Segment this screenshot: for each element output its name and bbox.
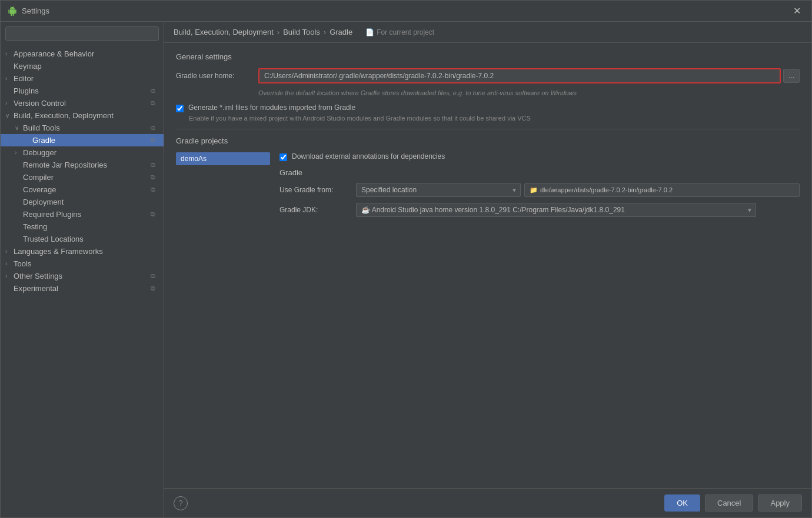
breadcrumb-current: Gradle: [330, 28, 352, 36]
sidebar-item-label: Build Tools: [23, 123, 151, 132]
download-annotations-label: Download external annotations for depend…: [292, 152, 445, 161]
generate-iml-hint: Enable if you have a mixed project with …: [189, 115, 800, 122]
sidebar-item-editor[interactable]: › Editor: [1, 72, 164, 85]
title-bar-left: Settings: [8, 6, 49, 16]
gradle-path-display: 📁 dle/wrapper/dists/gradle-7.0.2-bin/gra…: [524, 183, 800, 197]
breadcrumb-sep2: ›: [324, 28, 326, 36]
search-input[interactable]: [5, 26, 159, 41]
generate-iml-checkbox[interactable]: [176, 105, 184, 112]
sidebar-item-label: Deployment: [23, 198, 159, 206]
project-item-demoas[interactable]: demoAs: [176, 152, 270, 165]
main-content: › Appearance & Behavior Keymap › Editor …: [1, 22, 811, 517]
sidebar-item-experimental[interactable]: Experimental ⧉: [1, 282, 164, 295]
copy-icon: ⧉: [151, 136, 159, 145]
sidebar-item-required-plugins[interactable]: Required Plugins ⧉: [1, 208, 164, 220]
gradle-path-text: dle/wrapper/dists/gradle-7.0.2-bin/gradl…: [540, 186, 673, 193]
sidebar-item-build-execution[interactable]: ∨ Build, Execution, Deployment: [1, 109, 164, 122]
gradle-subsection: Gradle Use Gradle from: Specified locati…: [279, 168, 800, 217]
copy-icon: ⧉: [151, 173, 159, 182]
breadcrumb: Build, Execution, Deployment › Build Too…: [164, 22, 811, 43]
breadcrumb-part1: Build, Execution, Deployment: [174, 28, 274, 36]
sidebar-tree: › Appearance & Behavior Keymap › Editor …: [1, 45, 164, 297]
sidebar-item-label: Keymap: [14, 62, 159, 71]
sidebar-item-label: Gradle: [32, 136, 151, 145]
expand-arrow: ›: [5, 260, 14, 267]
sidebar-item-version-control[interactable]: › Version Control ⧉: [1, 97, 164, 109]
sidebar-item-plugins[interactable]: Plugins ⧉: [1, 85, 164, 97]
sidebar-item-label: Debugger: [23, 148, 159, 157]
cancel-button[interactable]: Cancel: [705, 494, 753, 512]
content-panel: Build, Execution, Deployment › Build Too…: [164, 22, 811, 517]
help-button[interactable]: ?: [174, 496, 188, 510]
sidebar-item-label: Coverage: [23, 185, 151, 194]
sidebar-item-label: Required Plugins: [23, 210, 151, 219]
gradle-home-input[interactable]: [258, 68, 781, 83]
project-details: Download external annotations for depend…: [279, 152, 800, 223]
sidebar-item-label: Trusted Locations: [23, 235, 159, 243]
sidebar-item-deployment[interactable]: Deployment: [1, 196, 164, 208]
download-annotations-checkbox[interactable]: [279, 153, 287, 161]
copy-icon: ⧉: [151, 272, 159, 280]
gradle-jdk-row: Gradle JDK: ☕ Android Studio java home v…: [279, 203, 800, 217]
section-divider: [176, 129, 800, 129]
breadcrumb-note: 📄 For current project: [365, 28, 434, 36]
sidebar: › Appearance & Behavior Keymap › Editor …: [1, 22, 164, 517]
window-title: Settings: [22, 6, 49, 15]
sidebar-item-debugger[interactable]: › Debugger: [1, 146, 164, 159]
ok-button[interactable]: OK: [664, 494, 700, 512]
expand-arrow: ›: [15, 149, 23, 156]
expand-arrow: ›: [5, 248, 14, 255]
sidebar-item-other-settings[interactable]: › Other Settings ⧉: [1, 270, 164, 282]
gradle-home-browse-button[interactable]: ...: [783, 69, 800, 83]
sidebar-item-label: Appearance & Behavior: [14, 49, 159, 58]
gradle-home-input-wrapper: ...: [258, 68, 800, 83]
download-annotations-row: Download external annotations for depend…: [279, 152, 800, 161]
copy-icon: ⧉: [151, 87, 159, 95]
copy-icon: ⧉: [151, 285, 159, 293]
expand-arrow: ›: [5, 75, 14, 82]
close-button[interactable]: ✕: [790, 4, 804, 18]
apply-button[interactable]: Apply: [758, 494, 802, 512]
expand-arrow: ∨: [15, 125, 23, 131]
sidebar-item-coverage[interactable]: Coverage ⧉: [1, 183, 164, 196]
use-gradle-from-select-wrapper: Specified location Gradle wrapper Local …: [356, 183, 521, 197]
gradle-home-row: Gradle user home: ...: [176, 68, 800, 83]
sidebar-item-label: Testing: [23, 222, 159, 231]
sidebar-item-languages[interactable]: › Languages & Frameworks: [1, 245, 164, 258]
sidebar-item-gradle[interactable]: Gradle ⧉: [1, 134, 164, 146]
sidebar-item-build-tools[interactable]: ∨ Build Tools ⧉: [1, 122, 164, 134]
note-text: For current project: [377, 28, 434, 36]
sidebar-item-label: Version Control: [14, 99, 151, 108]
copy-icon: ⧉: [151, 186, 159, 194]
projects-section: demoAs Download external annotations for…: [176, 152, 800, 223]
breadcrumb-sep1: ›: [277, 28, 279, 36]
android-icon: [8, 6, 17, 16]
use-gradle-from-row: Use Gradle from: Specified location Grad…: [279, 183, 800, 197]
sidebar-item-label: Other Settings: [14, 272, 151, 280]
copy-icon: ⧉: [151, 99, 159, 108]
sidebar-item-keymap[interactable]: Keymap: [1, 60, 164, 72]
sidebar-item-compiler[interactable]: Compiler ⧉: [1, 171, 164, 183]
sidebar-item-label: Compiler: [23, 173, 151, 182]
sidebar-item-label: Editor: [14, 74, 159, 83]
sidebar-item-label: Plugins: [14, 86, 151, 95]
copy-icon: ⧉: [151, 210, 159, 219]
expand-arrow: ›: [5, 51, 14, 57]
sidebar-item-remote-jar[interactable]: Remote Jar Repositories ⧉: [1, 159, 164, 171]
sidebar-item-label: Languages & Frameworks: [14, 247, 159, 256]
use-gradle-from-select[interactable]: Specified location Gradle wrapper Local …: [356, 183, 521, 197]
sidebar-item-tools[interactable]: › Tools: [1, 258, 164, 270]
sidebar-item-trusted-locations[interactable]: Trusted Locations: [1, 233, 164, 245]
sidebar-item-label: Tools: [14, 259, 159, 268]
sidebar-item-appearance[interactable]: › Appearance & Behavior: [1, 48, 164, 60]
sidebar-item-testing[interactable]: Testing: [1, 220, 164, 233]
expand-arrow: ›: [5, 273, 14, 279]
breadcrumb-part2: Build Tools: [283, 28, 320, 36]
copy-icon: ⧉: [151, 124, 159, 132]
general-settings-title: General settings: [176, 52, 800, 61]
folder-icon: 📁: [530, 186, 538, 194]
expand-arrow: ∨: [5, 112, 14, 119]
gradle-home-hint: Override the default location where Grad…: [258, 89, 800, 96]
gradle-jdk-select[interactable]: ☕ Android Studio java home version 1.8.0…: [356, 203, 756, 217]
settings-body: General settings Gradle user home: ... O…: [164, 43, 811, 488]
